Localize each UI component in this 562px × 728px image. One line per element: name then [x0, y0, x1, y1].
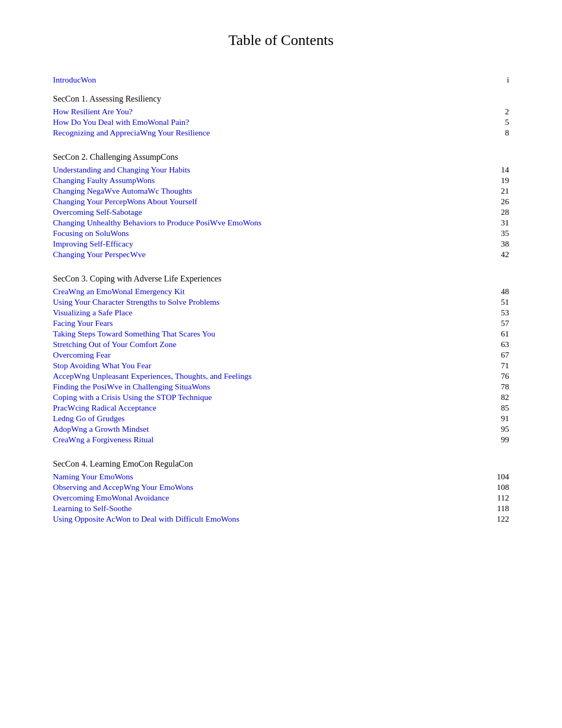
toc-entry: Changing Faulty AssumpWons19 — [53, 176, 509, 185]
toc-link[interactable]: Overcoming Self-Sabotage — [53, 207, 483, 217]
toc-entry: How Resilient Are You?2 — [53, 107, 509, 116]
toc-link[interactable]: CreaWng an EmoWonal Emergency Kit — [53, 287, 483, 296]
toc-entry: Ledng Go of Grudges91 — [53, 414, 509, 423]
toc-entry: Changing Your PercepWons About Yourself2… — [53, 197, 509, 206]
toc-link[interactable]: Visualizing a Safe Place — [53, 308, 483, 317]
toc-link[interactable]: AccepWng Unpleasant Experiences, Thought… — [53, 371, 483, 381]
toc-entry: Learning to Self-Soothe118 — [53, 504, 509, 513]
toc-entry: Facing Your Fears57 — [53, 319, 509, 328]
toc-page: 76 — [488, 371, 509, 381]
toc-page: 78 — [488, 382, 509, 392]
toc-page: 42 — [488, 250, 509, 259]
section-header-2: SecCon 2. Challenging AssumpCons — [53, 152, 509, 162]
toc-link[interactable]: Observing and AccepWng Your EmoWons — [53, 483, 483, 492]
toc-entry: Overcoming EmoWonal Avoidance112 — [53, 493, 509, 503]
toc-link[interactable]: Changing Unhealthy Behaviors to Produce … — [53, 218, 483, 228]
toc-page: 26 — [488, 197, 509, 206]
toc-page: 67 — [488, 350, 509, 360]
toc-link[interactable]: Changing NegaWve AutomaWc Thoughts — [53, 186, 483, 196]
toc-link[interactable]: Coping with a Crisis Using the STOP Tech… — [53, 393, 483, 402]
toc-page: 38 — [488, 239, 509, 249]
toc-page: 51 — [488, 297, 509, 307]
toc-page: 53 — [488, 308, 509, 317]
toc-entry: AccepWng Unpleasant Experiences, Thought… — [53, 371, 509, 381]
intro-section: IntroducWon i — [53, 75, 509, 85]
toc-link[interactable]: Improving Self-Efficacy — [53, 239, 483, 249]
toc-link[interactable]: Changing Your PercepWons About Yourself — [53, 197, 483, 206]
toc-entry: Stop Avoiding What You Fear71 — [53, 361, 509, 370]
toc-entry: Finding the PosiWve in Challenging Situa… — [53, 382, 509, 392]
toc-entry: Overcoming Fear67 — [53, 350, 509, 360]
toc-entry: Visualizing a Safe Place53 — [53, 308, 509, 317]
toc-page: 57 — [488, 319, 509, 328]
page-title: Table of Contents — [53, 32, 509, 49]
toc-page: 112 — [488, 493, 509, 503]
toc-entry: Changing Unhealthy Behaviors to Produce … — [53, 218, 509, 228]
section-2: SecCon 2. Challenging AssumpConsUndersta… — [53, 152, 509, 259]
intro-entry: IntroducWon i — [53, 75, 509, 85]
toc-page: 82 — [488, 393, 509, 402]
toc-entry: Focusing on SoluWons35 — [53, 229, 509, 238]
toc-entry: Taking Steps Toward Something That Scare… — [53, 329, 509, 339]
toc-page: 28 — [488, 207, 509, 217]
section-4: SecCon 4. Learning EmoCon RegulaConNamin… — [53, 459, 509, 524]
toc-link[interactable]: Taking Steps Toward Something That Scare… — [53, 329, 483, 339]
toc-link[interactable]: Stop Avoiding What You Fear — [53, 361, 483, 370]
toc-entry: Overcoming Self-Sabotage28 — [53, 207, 509, 217]
toc-entry: Improving Self-Efficacy38 — [53, 239, 509, 249]
toc-link[interactable]: How Do You Deal with EmoWonal Pain? — [53, 117, 483, 127]
toc-page: 8 — [488, 128, 509, 138]
toc-link[interactable]: How Resilient Are You? — [53, 107, 483, 116]
intro-link[interactable]: IntroducWon — [53, 75, 483, 85]
toc-entry: Understanding and Changing Your Habits14 — [53, 165, 509, 175]
section-header-1: SecCon 1. Assessing Resiliency — [53, 94, 509, 104]
toc-entry: Recognizing and AppreciaWng Your Resilie… — [53, 128, 509, 138]
toc-link[interactable]: CreaWng a Forgiveness Ritual — [53, 435, 483, 444]
toc-page: 91 — [488, 414, 509, 423]
toc-link[interactable]: Changing Your PerspecWve — [53, 250, 483, 259]
toc-page: 108 — [488, 483, 509, 492]
toc-link[interactable]: Facing Your Fears — [53, 319, 483, 328]
toc-link[interactable]: Using Opposite AcWon to Deal with Diffic… — [53, 514, 483, 524]
section-3: SecCon 3. Coping with Adverse Life Exper… — [53, 274, 509, 444]
toc-entry: PracWcing Radical Acceptance85 — [53, 403, 509, 413]
toc-link[interactable]: Focusing on SoluWons — [53, 229, 483, 238]
toc-page: 85 — [488, 403, 509, 413]
toc-entry: Coping with a Crisis Using the STOP Tech… — [53, 393, 509, 402]
toc-entry: How Do You Deal with EmoWonal Pain?5 — [53, 117, 509, 127]
toc-link[interactable]: Stretching Out of Your Comfort Zone — [53, 340, 483, 349]
toc-link[interactable]: Learning to Self-Soothe — [53, 504, 483, 513]
toc-link[interactable]: PracWcing Radical Acceptance — [53, 403, 483, 413]
toc-page: 21 — [488, 186, 509, 196]
toc-link[interactable]: Changing Faulty AssumpWons — [53, 176, 483, 185]
toc-link[interactable]: Understanding and Changing Your Habits — [53, 165, 483, 175]
toc-link[interactable]: Recognizing and AppreciaWng Your Resilie… — [53, 128, 483, 138]
toc-entry: Using Opposite AcWon to Deal with Diffic… — [53, 514, 509, 524]
section-header-4: SecCon 4. Learning EmoCon RegulaCon — [53, 459, 509, 469]
toc-entry: Using Your Character Strengths to Solve … — [53, 297, 509, 307]
toc-page: 14 — [488, 165, 509, 175]
toc-page: 61 — [488, 329, 509, 339]
toc-link[interactable]: Finding the PosiWve in Challenging Situa… — [53, 382, 483, 392]
toc-link[interactable]: Overcoming EmoWonal Avoidance — [53, 493, 483, 503]
toc-entry: CreaWng an EmoWonal Emergency Kit48 — [53, 287, 509, 296]
toc-page: 118 — [488, 504, 509, 513]
toc-link[interactable]: Using Your Character Strengths to Solve … — [53, 297, 483, 307]
toc-entry: Stretching Out of Your Comfort Zone63 — [53, 340, 509, 349]
toc-page: 31 — [488, 218, 509, 228]
toc-page: 71 — [488, 361, 509, 370]
toc-page: 35 — [488, 229, 509, 238]
toc-link[interactable]: Overcoming Fear — [53, 350, 483, 360]
toc-page: 48 — [488, 287, 509, 296]
toc-page: 122 — [488, 514, 509, 524]
toc-entry: Changing NegaWve AutomaWc Thoughts21 — [53, 186, 509, 196]
toc-page: 63 — [488, 340, 509, 349]
toc-entry: AdopWng a Growth Mindset95 — [53, 424, 509, 434]
toc-page: 95 — [488, 424, 509, 434]
toc-link[interactable]: AdopWng a Growth Mindset — [53, 424, 483, 434]
toc-link[interactable]: Naming Your EmoWons — [53, 472, 483, 481]
toc-page: 19 — [488, 176, 509, 185]
toc-page: 104 — [488, 472, 509, 481]
toc-link[interactable]: Ledng Go of Grudges — [53, 414, 483, 423]
toc-entry: Naming Your EmoWons104 — [53, 472, 509, 481]
